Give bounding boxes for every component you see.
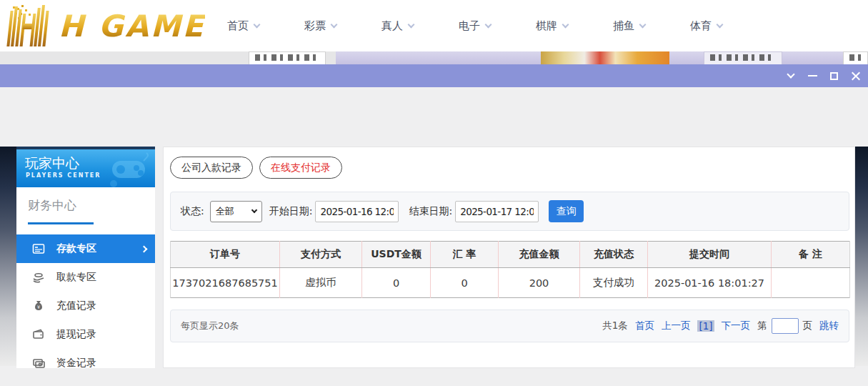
chevron-down-icon — [639, 21, 647, 29]
cell-order-number: 1737021687685751 — [171, 268, 280, 298]
end-date-label: 结束日期: — [409, 205, 452, 218]
sidebar-subtitle: PLAYERS CENTER — [26, 172, 101, 179]
pagination-bar: 每页显示20条 共1条 首页 上一页 [1] 下一页 第 页 跳转 — [170, 310, 849, 342]
prev-page-link[interactable]: 上一页 — [662, 320, 691, 332]
sidebar-item-recharge-records[interactable]: ¥ 充值记录 — [16, 292, 155, 320]
filter-bar: 状态: 全部 开始日期: 结束日期: 查询 — [170, 192, 849, 231]
minimize-icon — [808, 75, 817, 76]
finance-center-label: 财务中心 — [28, 197, 155, 214]
background-window-fragment — [843, 51, 868, 64]
pagination-controls: 共1条 首页 上一页 [1] 下一页 第 页 跳转 — [602, 318, 839, 334]
jump-prefix-text: 第 — [757, 320, 767, 332]
table-row: 1737021687685751 虚拟币 0 0 200 支付成功 2025-0… — [171, 268, 850, 298]
col-order-number: 订单号 — [171, 242, 280, 268]
chevron-down-icon — [562, 21, 569, 29]
sidebar-item-fund-records[interactable]: 资金记录 — [16, 349, 155, 377]
chevron-down-icon — [254, 21, 261, 29]
payment-records-table: 订单号 支付方式 USDT金额 汇 率 充值金额 充值状态 提交时间 备 注 1… — [170, 241, 850, 298]
banknotes-icon — [32, 357, 45, 370]
window-maximize-button[interactable] — [823, 64, 844, 87]
nav-item-lottery[interactable]: 彩票 — [304, 19, 336, 33]
window-dropdown-button[interactable] — [780, 64, 802, 87]
end-date-input[interactable] — [455, 201, 539, 222]
cell-submit-time: 2025-01-16 18:01:27 — [648, 268, 772, 298]
chevron-right-icon — [141, 245, 148, 252]
sidebar-item-withdrawal-records[interactable]: 提现记录 — [16, 320, 155, 349]
nav-item-fishing[interactable]: 捕鱼 — [613, 19, 645, 33]
sidebar-header: 玩家中心 PLAYERS CENTER — [16, 147, 155, 187]
sidebar-menu: 存款专区 取款专区 ¥ 充值记录 提现记录 资金记录 — [16, 234, 155, 377]
window-close-button[interactable] — [844, 64, 866, 87]
chevron-down-icon — [717, 21, 724, 29]
nav-item-live[interactable]: 真人 — [381, 19, 414, 33]
select-caret-icon — [251, 207, 256, 213]
logo-text: H GAME — [59, 9, 205, 44]
table-header-row: 订单号 支付方式 USDT金额 汇 率 充值金额 充值状态 提交时间 备 注 — [171, 242, 850, 268]
close-icon — [851, 71, 860, 81]
site-logo[interactable]: H GAME — [6, 3, 205, 49]
chevron-down-icon — [408, 21, 415, 29]
svg-text:¥: ¥ — [37, 305, 40, 310]
background-window-fragment — [704, 51, 782, 64]
cell-exchange-rate: 0 — [431, 268, 499, 298]
start-date-input[interactable] — [315, 201, 399, 222]
nav-item-cards[interactable]: 棋牌 — [536, 19, 568, 33]
withdraw-hand-icon — [32, 271, 45, 284]
logo-emblem-icon — [6, 4, 56, 48]
cell-recharge-status: 支付成功 — [580, 268, 648, 298]
page-jump-input[interactable] — [772, 318, 799, 334]
col-exchange-rate: 汇 率 — [431, 242, 499, 268]
window-minimize-button[interactable] — [802, 64, 823, 87]
section-underline — [28, 222, 94, 224]
window-titlebar — [0, 64, 868, 87]
cell-remark — [772, 268, 850, 298]
col-recharge-status: 充值状态 — [580, 242, 648, 268]
money-bag-icon: ¥ — [32, 300, 45, 312]
nav-item-sports[interactable]: 体育 — [690, 19, 722, 33]
deposit-card-icon — [32, 242, 45, 255]
record-tabs: 公司入款记录 在线支付记录 — [170, 157, 342, 179]
current-page-indicator: [1] — [697, 320, 714, 332]
player-center-sidebar: 玩家中心 PLAYERS CENTER 财务中心 存款专区 取款专区 — [16, 147, 155, 368]
next-page-link[interactable]: 下一页 — [722, 320, 751, 332]
chevron-down-icon — [485, 21, 492, 29]
chevron-down-icon — [331, 21, 338, 29]
cell-recharge-amount: 200 — [499, 268, 580, 298]
wallet-icon — [32, 328, 45, 341]
main-nav: 首页 彩票 真人 电子 棋牌 捕鱼 体育 — [227, 0, 767, 51]
nav-item-slots[interactable]: 电子 — [459, 19, 491, 33]
records-panel: 公司入款记录 在线支付记录 状态: 全部 开始日期: 结束日期: 查询 订单号 … — [163, 147, 855, 368]
desktop-edge-left — [0, 147, 16, 366]
jump-suffix-text: 页 — [803, 320, 813, 332]
status-select[interactable]: 全部 — [210, 201, 262, 222]
occluded-window-strip — [0, 51, 868, 64]
start-date-label: 开始日期: — [269, 205, 313, 218]
tab-company-deposit-records[interactable]: 公司入款记录 — [170, 157, 253, 179]
col-recharge-amount: 充值金额 — [499, 242, 580, 268]
sidebar-item-deposit-zone[interactable]: 存款专区 — [16, 234, 155, 263]
cell-payment-method: 虚拟币 — [280, 268, 362, 298]
gamepad-icon — [104, 152, 151, 187]
maximize-icon — [830, 72, 838, 80]
desktop-edge-right — [855, 147, 868, 366]
col-usdt-amount: USDT金额 — [362, 242, 431, 268]
jump-button[interactable]: 跳转 — [819, 320, 839, 332]
col-remark: 备 注 — [772, 242, 850, 268]
site-header: H GAME 首页 彩票 真人 电子 棋牌 捕鱼 体育 — [0, 0, 868, 51]
chevron-down-icon — [787, 70, 794, 78]
background-window-image-fragment — [541, 51, 669, 64]
page-size-text: 每页显示20条 — [181, 320, 239, 332]
tab-online-payment-records[interactable]: 在线支付记录 — [259, 157, 342, 179]
nav-item-home[interactable]: 首页 — [227, 19, 259, 33]
background-window-fragment — [249, 51, 326, 64]
sidebar-title: 玩家中心 — [25, 154, 79, 173]
status-label: 状态: — [181, 205, 204, 218]
cell-usdt-amount: 0 — [362, 268, 431, 298]
query-button[interactable]: 查询 — [549, 200, 584, 222]
sidebar-item-withdraw-zone[interactable]: 取款专区 — [16, 263, 155, 292]
sidebar-section: 财务中心 — [16, 187, 155, 224]
col-payment-method: 支付方式 — [280, 242, 362, 268]
col-submit-time: 提交时间 — [648, 242, 772, 268]
total-count-text: 共1条 — [602, 320, 628, 332]
first-page-link[interactable]: 首页 — [635, 320, 654, 332]
